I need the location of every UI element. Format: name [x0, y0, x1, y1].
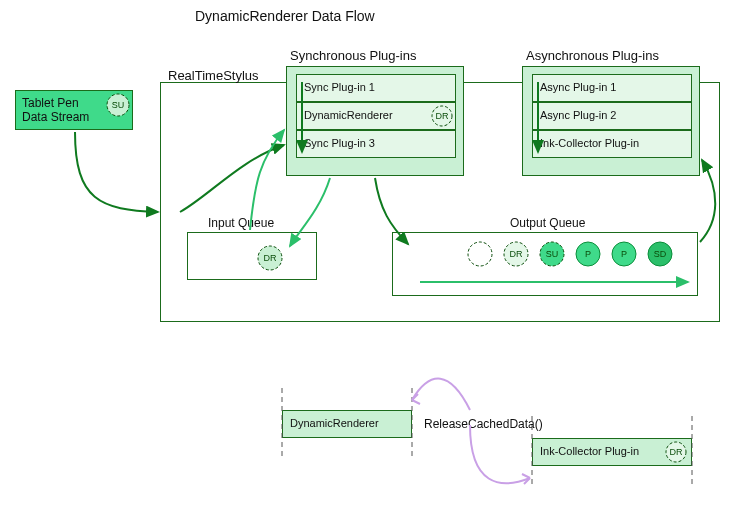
- outputq-to-async-arrow-icon: [700, 160, 715, 242]
- output-queue-circles: DR SU P P SD: [468, 242, 672, 266]
- oq-text-2: SU: [546, 249, 559, 259]
- bottom-dr-badge-text: DR: [670, 447, 683, 457]
- sync-dr-badge-text: DR: [436, 111, 449, 121]
- tablet-su-badge-text: SU: [112, 100, 125, 110]
- inputq-to-sync-arrow-icon: [250, 130, 284, 230]
- diagram-svg: SU DR DR DR SU P P SD: [0, 0, 740, 519]
- lilac-up-arrow-icon: [412, 379, 470, 410]
- oq-text-4: P: [621, 249, 627, 259]
- input-queue-badge-text: DR: [264, 253, 277, 263]
- lilac-down-arrow-icon: [470, 425, 530, 483]
- sync-to-inputq-arrow-icon: [290, 178, 330, 246]
- oq-text-5: SD: [654, 249, 667, 259]
- sync-to-outputq-arrow-icon: [375, 178, 408, 244]
- oq-circle-0: [468, 242, 492, 266]
- tablet-to-rts-arrow-icon: [75, 132, 158, 212]
- oq-text-3: P: [585, 249, 591, 259]
- oq-text-1: DR: [510, 249, 523, 259]
